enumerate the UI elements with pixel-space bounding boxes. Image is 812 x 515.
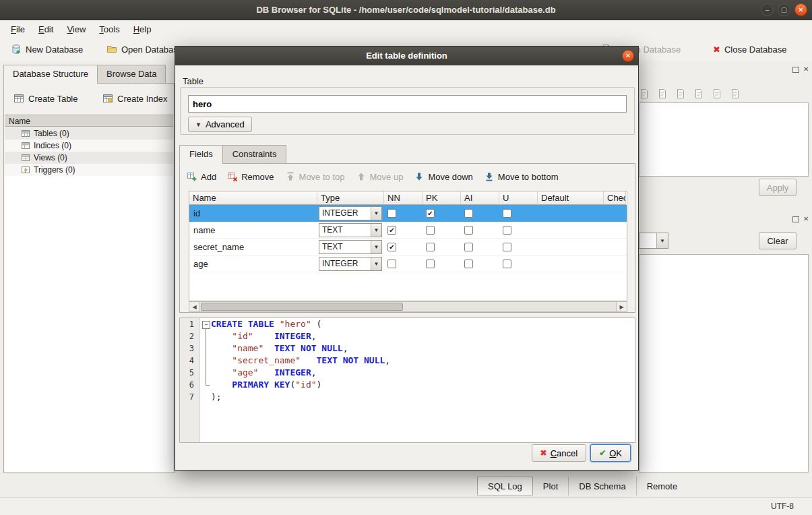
scrollbar-thumb[interactable] [201,303,403,311]
ok-button[interactable]: ✔ OK [590,444,631,462]
field-name-cell[interactable]: age [189,259,317,269]
advanced-button[interactable]: ▼ Advanced [188,117,252,132]
tab-fields[interactable]: Fields [179,145,223,164]
document-icon[interactable] [712,88,722,99]
field-name-cell[interactable]: id [189,208,317,218]
create-table-button[interactable]: Create Table [9,90,82,107]
type-combobox[interactable]: TEXT ▼ [319,240,382,254]
column-header-type[interactable]: Type [317,191,384,205]
column-header-pk[interactable]: PK [423,191,461,205]
tab-plot[interactable]: Plot [533,477,569,495]
tree-item-indices[interactable]: Indices (0) [5,140,173,152]
clear-button[interactable]: Clear [759,232,797,249]
dialog-title: Edit table definition [175,47,638,65]
move-up-button[interactable]: Move up [356,171,404,182]
move-to-top-button[interactable]: Move to top [285,171,345,182]
table-name-input[interactable] [188,95,627,113]
tree-item-triggers[interactable]: Triggers (0) [5,164,173,176]
fold-guide [200,367,211,379]
tab-db-schema[interactable]: DB Schema [569,477,636,495]
document-icon[interactable] [730,88,741,99]
u-checkbox[interactable] [503,243,511,251]
column-header-default[interactable]: Default [538,191,604,205]
ai-checkbox[interactable] [464,243,473,251]
tab-database-structure[interactable]: Database Structure [3,65,98,84]
pk-checkbox[interactable] [426,226,435,235]
ai-checkbox[interactable] [464,226,473,235]
create-index-button[interactable]: Create Index [98,90,171,107]
u-checkbox[interactable] [503,226,511,235]
horizontal-scrollbar[interactable]: ◀ ▶ [189,301,627,312]
tab-browse-data[interactable]: Browse Data [97,65,166,84]
minimize-button[interactable]: ‒ [761,3,774,16]
dock-close-icon[interactable]: ✕ [803,216,809,222]
apply-button[interactable]: Apply [759,179,797,196]
field-row-name[interactable]: name TEXT ▼ ✔ [189,222,627,239]
tree-name-header[interactable]: Name [5,115,173,127]
type-combobox[interactable]: TEXT ▼ [319,223,382,237]
nn-checkbox[interactable]: ✔ [387,226,396,235]
dock-float-icon[interactable] [792,67,799,73]
scroll-left-icon[interactable]: ◀ [189,302,200,311]
new-database-button[interactable]: New Database [5,40,88,58]
dialog-titlebar[interactable]: Edit table definition ✕ [175,47,638,65]
add-field-button[interactable]: Add [187,171,216,182]
fields-grid-header: Name Type NN PK AI U Default Check [189,191,627,205]
pk-checkbox[interactable] [426,260,435,268]
menu-file[interactable]: File [4,22,32,36]
edit-cell-panel[interactable] [639,102,809,177]
remove-field-button[interactable]: Remove [227,171,274,182]
field-row-age[interactable]: age INTEGER ▼ [189,255,627,272]
type-combobox[interactable]: INTEGER ▼ [319,206,382,220]
log-mode-combobox[interactable]: ▼ [639,233,668,249]
tab-sql-log[interactable]: SQL Log [477,477,533,495]
maximize-button[interactable]: ▢ [778,3,790,16]
field-name-cell[interactable]: name [189,225,317,235]
column-header-name[interactable]: Name [189,191,317,205]
tab-remote[interactable]: Remote [637,477,688,495]
tab-constraints[interactable]: Constraints [222,145,287,164]
menu-help[interactable]: Help [127,22,158,36]
field-row-secret-name[interactable]: secret_name TEXT ▼ ✔ [189,239,627,255]
close-button[interactable]: ✕ [794,3,807,16]
ai-checkbox[interactable] [464,260,473,268]
document-icon[interactable] [693,88,704,99]
field-name-cell[interactable]: secret_name [189,242,317,252]
tree-item-views[interactable]: Views (0) [5,152,173,164]
document-icon[interactable] [657,88,668,99]
nn-checkbox[interactable] [387,209,396,218]
column-header-ai[interactable]: AI [461,191,499,205]
pk-checkbox[interactable]: ✔ [426,209,435,218]
field-row-id[interactable]: id INTEGER ▼ ✔ [189,205,627,222]
dialog-close-button[interactable]: ✕ [622,50,634,62]
sql-preview[interactable]: 1 CREATE TABLE "hero" ( 2 "id" INTEGER, … [179,317,635,443]
move-down-button[interactable]: Move down [414,171,472,182]
move-to-bottom-button[interactable]: Move to bottom [484,171,559,182]
pk-checkbox[interactable] [426,243,435,251]
bottom-dock-tabs: SQL Log Plot DB Schema Remote [477,477,687,495]
document-icon[interactable] [675,88,686,99]
fold-marker-icon[interactable] [200,318,211,330]
nn-checkbox[interactable] [387,260,396,268]
type-combobox[interactable]: INTEGER ▼ [319,257,382,271]
scroll-right-icon[interactable]: ▶ [616,302,627,311]
column-header-nn[interactable]: NN [384,191,423,205]
ai-checkbox[interactable] [464,209,473,218]
cancel-button[interactable]: ✖ Cancel [532,444,587,462]
menu-tools[interactable]: Tools [92,22,126,36]
u-checkbox[interactable] [503,209,511,218]
fold-spacer [200,391,211,403]
window-titlebar[interactable]: DB Browser for SQLite - /home/user/code/… [0,0,812,20]
dock-close-icon[interactable]: ✕ [803,66,809,73]
document-icon[interactable] [639,88,650,99]
menu-view[interactable]: View [60,22,92,36]
sql-log-panel[interactable] [639,254,809,473]
dock-float-icon[interactable] [792,216,799,222]
column-header-u[interactable]: U [499,191,538,205]
menu-edit[interactable]: Edit [32,22,60,36]
nn-checkbox[interactable]: ✔ [387,243,396,251]
close-database-button[interactable]: ✖ Close Database [708,40,792,58]
column-header-check[interactable]: Check [604,191,626,205]
tree-item-tables[interactable]: Tables (0) [5,127,173,140]
u-checkbox[interactable] [503,260,511,268]
